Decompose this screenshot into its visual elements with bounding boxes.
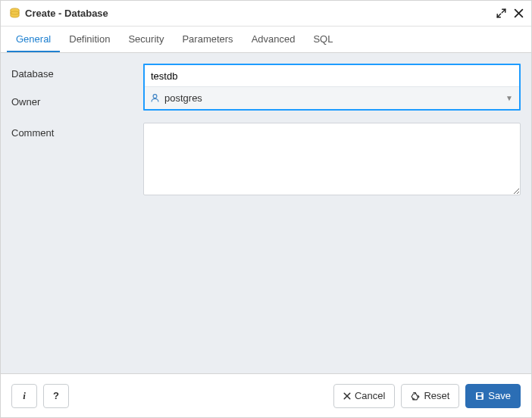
recycle-icon [411, 391, 420, 401]
create-database-dialog: Create - Database General Definition Sec… [0, 0, 532, 418]
highlighted-fields: postgres ▼ [143, 64, 521, 111]
info-icon: i [23, 390, 26, 402]
control-database-owner: postgres ▼ [143, 64, 521, 111]
tab-security[interactable]: Security [119, 27, 173, 52]
tab-parameters[interactable]: Parameters [173, 27, 242, 52]
label-database: Database Owner [11, 64, 143, 108]
control-comment [143, 123, 521, 198]
save-icon [475, 391, 484, 401]
footer: i ? Cancel Reset [1, 373, 531, 417]
owner-select[interactable]: postgres ▼ [145, 86, 519, 109]
tabs: General Definition Security Parameters A… [1, 27, 531, 53]
label-owner-text: Owner [11, 96, 143, 108]
chevron-down-icon: ▼ [505, 94, 513, 102]
reset-label: Reset [424, 390, 449, 401]
cancel-label: Cancel [355, 390, 385, 401]
form-body: Database Owner postgres [1, 53, 531, 373]
expand-icon[interactable] [496, 8, 506, 18]
comment-input[interactable] [143, 123, 521, 195]
save-button[interactable]: Save [465, 384, 521, 408]
database-input[interactable] [145, 65, 519, 86]
label-database-text: Database [11, 68, 143, 80]
close-icon-small [343, 392, 351, 400]
svg-point-2 [153, 95, 157, 98]
row-database-owner: Database Owner postgres [11, 64, 521, 111]
titlebar: Create - Database [1, 1, 531, 27]
info-button[interactable]: i [11, 384, 37, 408]
help-button[interactable]: ? [43, 384, 69, 408]
save-label: Save [488, 390, 511, 401]
tab-general[interactable]: General [7, 27, 60, 52]
reset-button[interactable]: Reset [401, 384, 459, 408]
tab-definition[interactable]: Definition [60, 27, 119, 52]
svg-rect-4 [477, 392, 481, 395]
title-actions [496, 8, 524, 18]
database-icon [8, 8, 20, 20]
label-comment: Comment [11, 123, 143, 139]
cancel-button[interactable]: Cancel [333, 384, 395, 408]
help-icon: ? [53, 390, 59, 401]
owner-value: postgres [164, 92, 515, 104]
user-icon [149, 93, 160, 104]
row-comment: Comment [11, 123, 521, 198]
dialog-title: Create - Database [25, 8, 496, 19]
close-icon[interactable] [514, 8, 524, 18]
tab-sql[interactable]: SQL [304, 27, 342, 52]
tab-advanced[interactable]: Advanced [243, 27, 305, 52]
svg-rect-5 [478, 396, 482, 398]
